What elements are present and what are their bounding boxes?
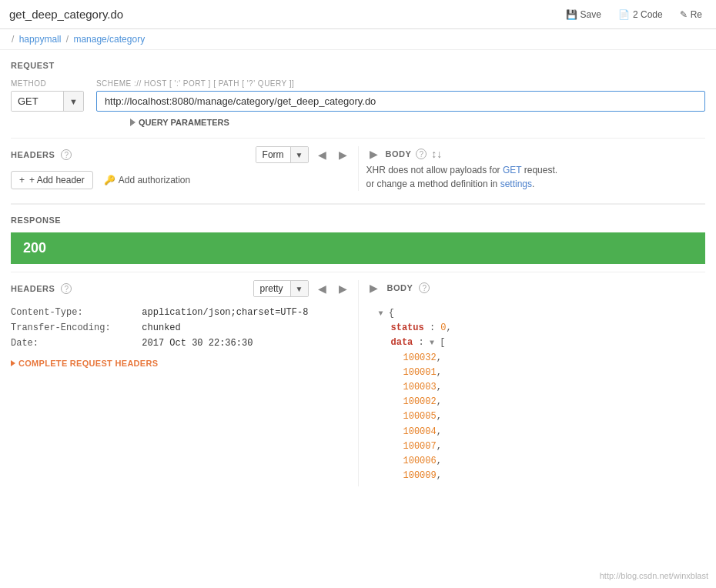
add-authorization-button[interactable]: 🔑 Add authorization [101, 172, 193, 189]
complete-headers-label: COMPLETE REQUEST HEADERS [18, 359, 158, 368]
page-title: get_deep_category.do [9, 8, 123, 21]
resp-body-collapse-arrow[interactable]: ▶ [366, 280, 381, 296]
json-data-item: 100032, [366, 351, 706, 366]
json-data-item: 100006, [366, 454, 706, 469]
method-select[interactable]: GET POST PUT DELETE [12, 92, 63, 111]
method-dropdown-button[interactable]: ▼ [63, 92, 83, 111]
xhr-note: XHR does not allow payloads for GET requ… [366, 162, 706, 191]
code-button[interactable]: 📄 2 Code [614, 6, 667, 23]
resp-nav-left[interactable]: ◀ [315, 281, 330, 296]
headers-section: HEADERS ? Form Raw ▼ ◀ ▶ + + A [11, 138, 705, 191]
json-data-item: 100001, [366, 366, 706, 380]
complete-headers-arrow-icon [11, 360, 15, 366]
json-collapse-arrow-row: ▼ { [366, 306, 706, 321]
url-group: SCHEME :// HOST [ ':' PORT ] [ PATH [ '?… [96, 79, 705, 112]
json-data-row: data : ▼ [ [366, 336, 706, 350]
breadcrumb-separator2: / [66, 34, 72, 45]
query-params-arrow-icon [130, 119, 136, 126]
method-group: METHOD GET POST PUT DELETE ▼ [11, 79, 84, 112]
sort-icon[interactable]: ↕↓ [431, 148, 442, 160]
add-header-button[interactable]: + + Add header [11, 171, 93, 189]
body-help-icon[interactable]: ? [416, 149, 427, 159]
request-section-label: REQUEST [11, 61, 705, 70]
nav-right-arrow[interactable]: ▶ [336, 147, 350, 162]
top-bar: get_deep_category.do 💾 Save 📄 2 Code ✎ R… [0, 0, 716, 29]
header-key: Date: [11, 336, 142, 351]
table-row: Transfer-Encoding:chunked [11, 320, 350, 336]
json-status-row: status : 0, [366, 321, 706, 336]
re-button[interactable]: ✎ Re [675, 6, 707, 23]
json-data-item: 100002, [366, 395, 706, 409]
nav-left-arrow[interactable]: ◀ [315, 147, 330, 162]
json-data-item: 100007, [366, 439, 706, 454]
table-row: Content-Type:application/json;charset=UT… [11, 305, 350, 320]
breadcrumb-happymall[interactable]: happymall [19, 34, 62, 45]
json-body: ▼ { status : 0, data : ▼ [ 100032 [366, 303, 706, 486]
json-collapse-icon[interactable]: ▼ [379, 309, 383, 318]
resp-headers-help-icon[interactable]: ? [61, 283, 72, 294]
format-select[interactable]: Form Raw [256, 147, 290, 162]
resp-headers-left: HEADERS ? pretty raw ▼ ◀ ▶ Conten [11, 280, 358, 368]
resp-format-dropdown-btn[interactable]: ▼ [290, 281, 308, 296]
xhr-note-line2: or change a method definition in setting… [366, 179, 535, 189]
add-header-label: + Add header [29, 175, 85, 185]
headers-help-icon[interactable]: ? [61, 149, 72, 160]
key-icon: 🔑 [104, 175, 115, 185]
resp-body-section: ▶ BODY ? ▼ { status : 0, [358, 280, 706, 486]
body-title-row: ▶ BODY ? ↕↓ [366, 146, 706, 162]
breadcrumb: / happymall / manage/category [0, 29, 716, 50]
json-data-item: 100009, [366, 469, 706, 483]
response-header-table: Content-Type:application/json;charset=UT… [11, 305, 350, 351]
resp-format-select-wrapper: pretty raw ▼ [253, 280, 309, 297]
xhr-note-line1: XHR does not allow payloads for GET requ… [366, 165, 558, 175]
code-icon: 📄 [618, 9, 630, 20]
resp-headers-label: HEADERS [11, 284, 55, 293]
body-nav-left[interactable]: ▶ [366, 146, 381, 162]
save-icon: 💾 [566, 9, 577, 20]
get-text: GET [503, 165, 521, 175]
save-button[interactable]: 💾 Save [561, 6, 606, 23]
resp-headers-title-row: HEADERS ? pretty raw ▼ ◀ ▶ [11, 280, 350, 297]
main-content: REQUEST METHOD GET POST PUT DELETE ▼ SCH… [0, 50, 716, 497]
method-label: METHOD [11, 79, 84, 88]
status-code: 200 [23, 240, 46, 256]
body-label: BODY [386, 149, 412, 159]
header-key: Content-Type: [11, 305, 142, 320]
plus-icon: + [19, 175, 25, 185]
complete-headers-toggle[interactable]: COMPLETE REQUEST HEADERS [11, 359, 350, 368]
settings-link[interactable]: settings [500, 179, 532, 189]
header-value: 2017 Oct 30 22:36:30 [142, 336, 350, 351]
headers-title-row: HEADERS ? Form Raw ▼ ◀ ▶ [11, 146, 350, 163]
headers-left: HEADERS ? Form Raw ▼ ◀ ▶ + + A [11, 146, 358, 189]
breadcrumb-category[interactable]: manage/category [73, 34, 145, 45]
url-input[interactable] [96, 91, 705, 112]
format-dropdown-button[interactable]: ▼ [290, 147, 308, 162]
response-section-label: RESPONSE [11, 215, 705, 225]
json-data-collapse-icon[interactable]: ▼ [430, 339, 434, 347]
resp-nav-right[interactable]: ▶ [336, 281, 350, 296]
json-data-items: 100032,100001,100003,100002,100005,10000… [366, 351, 706, 484]
query-params-toggle[interactable]: QUERY PARAMETERS [11, 118, 705, 127]
pencil-icon: ✎ [680, 9, 688, 20]
json-data-item: 100003, [366, 380, 706, 395]
table-row: Date:2017 Oct 30 22:36:30 [11, 336, 350, 351]
headers-label: HEADERS [11, 150, 55, 159]
response-section: RESPONSE 200 HEADERS ? pretty raw ▼ [11, 203, 705, 486]
body-section: ▶ BODY ? ↕↓ XHR does not allow payloads … [358, 146, 706, 191]
json-data-item: 100005, [366, 409, 706, 424]
resp-format-select[interactable]: pretty raw [254, 281, 290, 296]
json-data-item: 100004, [366, 425, 706, 439]
resp-body-title-row: ▶ BODY ? [366, 280, 706, 296]
resp-body-help-icon[interactable]: ? [419, 282, 430, 293]
header-actions: + + Add header 🔑 Add authorization [11, 171, 350, 189]
header-value: application/json;charset=UTF-8 [142, 305, 350, 320]
format-select-wrapper: Form Raw ▼ [256, 146, 309, 163]
resp-body-label: BODY [387, 283, 413, 292]
breadcrumb-separator: / [12, 34, 14, 45]
resp-headers-section: HEADERS ? pretty raw ▼ ◀ ▶ Conten [11, 272, 705, 486]
scheme-label: SCHEME :// HOST [ ':' PORT ] [ PATH [ '?… [96, 79, 705, 88]
query-params-label: QUERY PARAMETERS [139, 118, 229, 127]
add-auth-label: Add authorization [119, 175, 190, 185]
status-bar: 200 [11, 232, 705, 264]
header-value: chunked [142, 320, 350, 336]
